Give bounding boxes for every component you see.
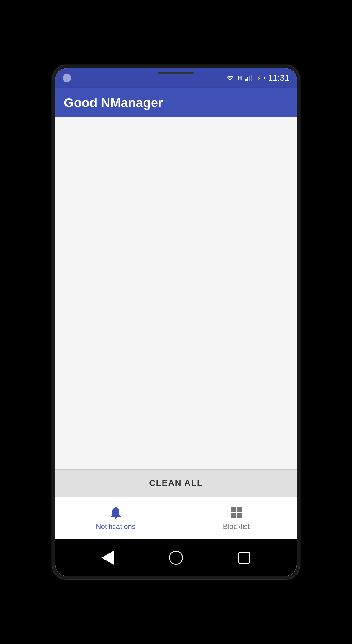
- signal-bars-icon: [245, 75, 252, 81]
- wifi-icon: [226, 75, 234, 81]
- back-button[interactable]: [100, 550, 116, 566]
- recents-button[interactable]: [236, 550, 252, 566]
- bottom-nav: Notifications Blacklist: [55, 497, 297, 539]
- clean-all-button[interactable]: CLEAN ALL: [55, 469, 297, 497]
- signal-h-label: H: [237, 75, 242, 82]
- tab-notifications[interactable]: Notifications: [55, 497, 176, 539]
- status-bar-right: H ⚡ 11:31: [226, 73, 289, 83]
- svg-rect-0: [245, 79, 247, 81]
- bell-icon: [108, 505, 123, 520]
- phone-frame: H ⚡ 11:31: [52, 65, 300, 579]
- status-time: 11:31: [268, 73, 289, 83]
- svg-rect-4: [231, 507, 236, 512]
- main-content: [55, 117, 297, 469]
- status-dot: [63, 74, 71, 82]
- svg-rect-2: [249, 76, 250, 81]
- android-nav-bar: [55, 539, 297, 576]
- svg-rect-6: [231, 513, 236, 518]
- grid-icon: [229, 505, 244, 520]
- status-bar-left: [63, 74, 71, 82]
- svg-rect-5: [237, 507, 242, 512]
- status-bar: H ⚡ 11:31: [55, 68, 297, 88]
- svg-rect-7: [237, 513, 242, 518]
- home-button[interactable]: [168, 550, 184, 566]
- speaker-bar: [158, 72, 194, 74]
- back-icon: [101, 550, 114, 565]
- app-title: Good NManager: [64, 95, 288, 110]
- svg-rect-3: [251, 75, 252, 81]
- recents-icon: [238, 552, 250, 564]
- phone-screen: H ⚡ 11:31: [55, 68, 297, 576]
- battery-icon: ⚡: [255, 76, 265, 80]
- tab-blacklist-label: Blacklist: [223, 522, 250, 531]
- svg-rect-1: [247, 77, 248, 81]
- app-bar: Good NManager: [55, 88, 297, 117]
- tab-blacklist[interactable]: Blacklist: [176, 497, 297, 539]
- home-icon: [169, 551, 183, 565]
- tab-notifications-label: Notifications: [96, 522, 136, 531]
